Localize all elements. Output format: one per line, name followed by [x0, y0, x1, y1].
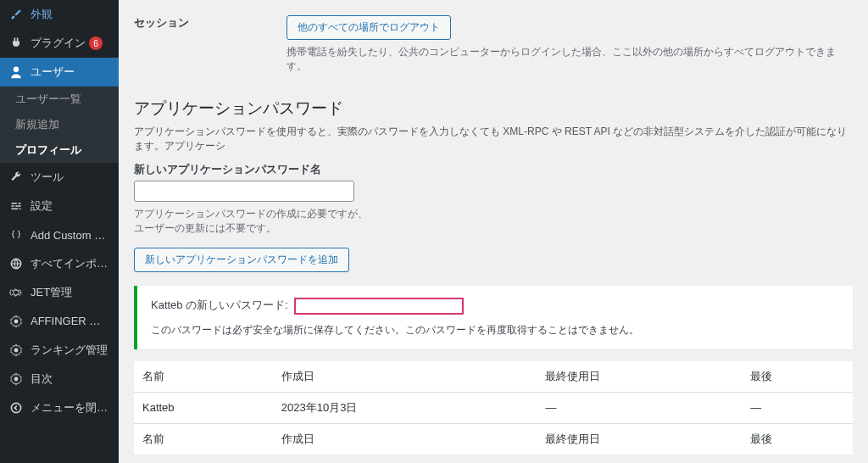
app-password-heading: アプリケーションパスワード	[134, 98, 853, 120]
sidebar-item-label: AFFINGER 管理	[31, 314, 110, 329]
gear-icon	[8, 343, 24, 358]
sidebar-item-label: 設定	[31, 198, 53, 214]
sidebar-subitem-users-list[interactable]: ユーザー一覧	[0, 86, 119, 112]
sidebar-item-toc[interactable]: 目次	[0, 365, 119, 393]
cell-name: Katteb	[134, 392, 273, 423]
new-password-prefix: Katteb の新しいパスワード:	[151, 298, 288, 311]
user-icon	[8, 64, 24, 80]
sidebar-item-custom-css[interactable]: Add Custom CSS	[0, 220, 119, 249]
tf-name[interactable]: 名前	[134, 423, 273, 455]
sidebar-item-tools[interactable]: ツール	[0, 163, 119, 192]
wrench-icon	[8, 170, 24, 185]
braces-icon	[8, 227, 24, 243]
sidebar-submenu-users: ユーザー一覧 新規追加 プロフィール	[0, 86, 119, 163]
session-row: セッション 他のすべての場所でログアウト 携帯電話を紛失したり、公共のコンピュー…	[134, 0, 853, 82]
main-content: セッション 他のすべての場所でログアウト 携帯電話を紛失したり、公共のコンピュー…	[119, 0, 868, 463]
sidebar-item-label: メニューを閉じる	[31, 400, 110, 416]
sidebar-subitem-add-new[interactable]: 新規追加	[0, 112, 119, 137]
svg-point-1	[14, 320, 19, 324]
sidebar-item-label: ランキング管理	[31, 343, 108, 358]
add-app-password-button[interactable]: 新しいアプリケーションパスワードを追加	[134, 248, 349, 272]
plug-icon	[8, 36, 24, 51]
new-password-help: このパスワードは必ず安全な場所に保存してください。このパスワードを再度取得するこ…	[151, 323, 839, 337]
cell-last-ip: —	[742, 392, 853, 423]
tf-last-ip[interactable]: 最後	[742, 423, 853, 455]
sidebar-item-label: プラグイン	[31, 36, 86, 51]
app-password-name-help: アプリケーションパスワードの作成に必要ですが、 ユーザーの更新には不要です。	[134, 207, 853, 236]
sidebar-item-label: Add Custom CSS	[31, 229, 110, 242]
th-name[interactable]: 名前	[134, 361, 273, 393]
app-password-table: 名前 作成日 最終使用日 最後 Katteb 2023年10月3日 — — 名前…	[134, 361, 853, 455]
gear-icon	[8, 371, 24, 387]
sidebar-item-affinger[interactable]: AFFINGER 管理	[0, 307, 119, 336]
svg-point-4	[11, 403, 20, 412]
brush-icon	[8, 7, 24, 22]
sidebar-item-label: JET管理	[31, 285, 72, 300]
sidebar-subitem-profile[interactable]: プロフィール	[0, 137, 119, 163]
sidebar-item-plugins[interactable]: プラグイン 6	[0, 29, 119, 58]
table-row: Katteb 2023年10月3日 — —	[134, 392, 853, 423]
tf-last-used[interactable]: 最終使用日	[537, 423, 742, 455]
app-password-help: アプリケーションパスワードを使用すると、実際のパスワードを入力しなくても XML…	[134, 125, 853, 153]
new-password-notice: Katteb の新しいパスワード: このパスワードは必ず安全な場所に保存してくだ…	[134, 286, 853, 349]
new-app-password-name-label: 新しいアプリケーションパスワード名	[134, 162, 853, 177]
sidebar-item-label: 外観	[31, 7, 53, 22]
new-app-password-name-input[interactable]	[134, 181, 354, 202]
cell-last-used: —	[537, 392, 742, 423]
sidebar-item-settings[interactable]: 設定	[0, 192, 119, 220]
tf-created[interactable]: 作成日	[273, 423, 537, 455]
sidebar-item-appearance[interactable]: 外観	[0, 0, 119, 29]
admin-sidebar: 外観 プラグイン 6 ユーザー ユーザー一覧 新規追加 プロフィール ツール 設…	[0, 0, 119, 463]
sidebar-item-label: 目次	[31, 371, 53, 387]
logout-everywhere-button[interactable]: 他のすべての場所でログアウト	[287, 15, 451, 40]
session-label: セッション	[134, 15, 287, 31]
sidebar-item-collapse[interactable]: メニューを閉じる	[0, 393, 119, 422]
th-last-used[interactable]: 最終使用日	[537, 361, 742, 393]
collapse-icon	[8, 400, 24, 416]
new-password-line: Katteb の新しいパスワード:	[151, 298, 839, 315]
svg-point-2	[14, 349, 19, 353]
new-password-value-box	[294, 298, 464, 315]
cell-created: 2023年10月3日	[273, 392, 537, 423]
th-last-ip[interactable]: 最後	[742, 361, 853, 393]
sidebar-item-users[interactable]: ユーザー	[0, 58, 119, 86]
sidebar-item-jet[interactable]: JET管理	[0, 278, 119, 307]
sidebar-item-ranking[interactable]: ランキング管理	[0, 336, 119, 365]
sliders-icon	[8, 198, 24, 214]
svg-point-3	[14, 377, 19, 382]
gear-icon	[8, 314, 24, 329]
sidebar-item-label: ツール	[31, 170, 64, 185]
sidebar-item-label: ユーザー	[31, 64, 75, 80]
update-count-badge: 6	[89, 36, 103, 50]
th-created[interactable]: 作成日	[273, 361, 537, 393]
sidebar-item-import-all[interactable]: すべてインポート	[0, 249, 119, 278]
session-description: 携帯電話を紛失したり、公共のコンピューターからログインした場合、ここ以外の他の場…	[287, 45, 853, 74]
globe-icon	[8, 256, 24, 271]
gear-icon	[8, 285, 24, 300]
sidebar-item-label: すべてインポート	[31, 256, 110, 271]
